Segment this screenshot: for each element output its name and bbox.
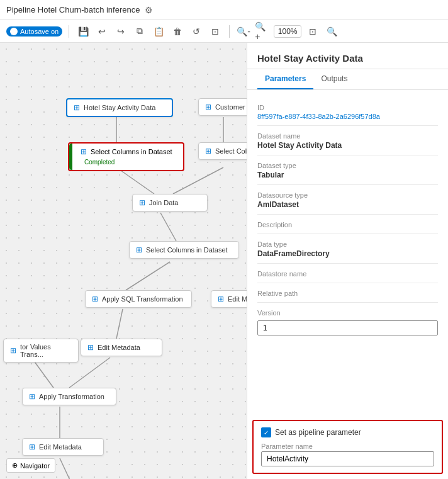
autosave-label: Autosave on xyxy=(20,28,59,35)
node-edit-m[interactable]: ⊞ Edit M... xyxy=(211,290,247,308)
node-imputer[interactable]: ⊞ tor Values Trans... xyxy=(3,339,79,363)
dataset-name-label: Dataset name xyxy=(257,132,438,140)
node-edit-meta-2-label: Edit Metadata xyxy=(39,443,82,451)
param-name-input[interactable] xyxy=(261,451,434,466)
toolbar: Autosave on 💾 ↩ ↪ ⧉ 📋 🗑 ↺ ⊡ 🔍- 🔍+ 100% ⊡… xyxy=(0,20,448,43)
dataset-type-label: Dataset type xyxy=(257,162,438,169)
autosave-toggle[interactable]: Autosave on xyxy=(6,26,62,37)
toolbar-separator-2 xyxy=(229,25,230,38)
toggle-dot xyxy=(10,28,18,35)
settings-icon[interactable]: ⚙ xyxy=(145,5,153,15)
panel-parameters-content: ID 8ff597fa-e887-4f33-8a2b-2a6296f57d8a … xyxy=(247,90,448,415)
title-bar: Pipeline Hotel Churn-batch inference ⚙ xyxy=(0,0,448,20)
tab-outputs[interactable]: Outputs xyxy=(313,69,355,89)
toolbar-separator-1 xyxy=(69,25,69,38)
svg-line-10 xyxy=(60,458,72,479)
node-imputer-label: tor Values Trans... xyxy=(20,343,72,358)
node-select-cols-2[interactable]: ⊞ Select Colum... xyxy=(198,142,247,160)
redo-btn[interactable]: ↪ xyxy=(113,24,128,39)
node-edit-m-label: Edit M... xyxy=(228,295,247,303)
pipeline-param-checkbox[interactable]: ✓ xyxy=(261,427,271,437)
data-type-label: Data type xyxy=(257,240,438,248)
navigator-button[interactable]: ⊕ Navigator xyxy=(6,458,55,473)
set-pipeline-param-row: ✓ Set as pipeline parameter xyxy=(261,427,434,437)
node-select-cols-2-label: Select Colum... xyxy=(215,147,247,155)
relative-path-label: Relative path xyxy=(257,290,438,297)
transform-icon: ⊞ xyxy=(29,392,35,401)
divider-3 xyxy=(257,184,438,185)
panel-tabs: Parameters Outputs xyxy=(247,69,448,90)
divider-7 xyxy=(257,283,438,283)
divider-4 xyxy=(257,214,438,215)
node-apply-sql-1-label: Apply SQL Transformation xyxy=(102,295,183,303)
zoom-level[interactable]: 100% xyxy=(274,25,301,38)
datastore-name-label: Datastore name xyxy=(257,270,438,278)
pipeline-param-label: Set as pipeline parameter xyxy=(275,428,361,437)
navigator-icon: ⊕ xyxy=(12,461,18,470)
imputer-icon: ⊞ xyxy=(10,346,16,355)
svg-line-4 xyxy=(160,213,176,241)
copy-btn[interactable]: ⧉ xyxy=(132,24,147,39)
node-customer-label: Customer Da... xyxy=(215,103,247,111)
datasource-type-value: AmlDataset xyxy=(257,200,438,209)
search-btn[interactable]: 🔍 xyxy=(324,24,339,39)
description-label: Description xyxy=(257,221,438,228)
tab-parameters[interactable]: Parameters xyxy=(257,69,313,89)
refresh-btn[interactable]: ↺ xyxy=(189,24,204,39)
node-apply-sql-1[interactable]: ⊞ Apply SQL Transformation xyxy=(85,290,192,308)
page-title: Pipeline Hotel Churn-batch inference xyxy=(6,5,140,14)
panel-title: Hotel Stay Activity Data xyxy=(247,43,448,69)
node-hotel-stay-label: Hotel Stay Activity Data xyxy=(84,104,155,111)
edit-icon: ⊞ xyxy=(218,295,224,303)
version-input[interactable] xyxy=(257,320,438,335)
fit-btn[interactable]: ⊡ xyxy=(305,24,320,39)
undo-btn[interactable]: ↩ xyxy=(94,24,109,39)
node-join-label: Join Data xyxy=(149,199,178,206)
divider-6 xyxy=(257,263,438,264)
paste-btn[interactable]: 📋 xyxy=(151,24,166,39)
id-label: ID xyxy=(257,104,438,111)
version-label: Version xyxy=(257,309,438,317)
node-completed-status: Completed xyxy=(84,159,115,166)
node-edit-metadata-1[interactable]: ⊞ Edit Metadata xyxy=(81,339,162,356)
pipeline-canvas[interactable]: ⊞ Hotel Stay Activity Data ⊞ Customer Da… xyxy=(0,43,247,479)
main-layout: ⊞ Hotel Stay Activity Data ⊞ Customer Da… xyxy=(0,43,448,479)
zoom-in-btn[interactable]: 🔍+ xyxy=(255,24,270,39)
node-customer-data[interactable]: ⊞ Customer Da... xyxy=(198,98,247,116)
node-hotel-stay[interactable]: ⊞ Hotel Stay Activity Data xyxy=(66,98,173,117)
node-select-cols-1-label: Select Columns in Dataset xyxy=(91,148,172,155)
save-btn[interactable]: 💾 xyxy=(76,24,91,39)
pipeline-parameter-section: ✓ Set as pipeline parameter Parameter na… xyxy=(252,420,443,474)
navigator-label: Navigator xyxy=(20,462,50,470)
node-edit-metadata-2[interactable]: ⊞ Edit Metadata xyxy=(22,438,104,456)
node-select-cols-3-label: Select Columns in Dataset xyxy=(146,246,228,254)
metadata-icon-2: ⊞ xyxy=(29,442,35,451)
node-select-cols-3[interactable]: ⊞ Select Columns in Dataset xyxy=(129,241,239,259)
node-edit-meta-1-label: Edit Metadata xyxy=(98,344,140,351)
divider-5 xyxy=(257,234,438,234)
divider-8 xyxy=(257,302,438,303)
node-apply-transform[interactable]: ⊞ Apply Transformation xyxy=(22,388,116,405)
dataset-type-value: Tabular xyxy=(257,171,438,179)
metadata-icon-1: ⊞ xyxy=(87,343,94,352)
filter-icon: ⊞ xyxy=(81,147,87,156)
dataset-name-value: Hotel Stay Activity Data xyxy=(257,141,438,150)
right-panel: Hotel Stay Activity Data Parameters Outp… xyxy=(247,43,448,479)
layout-btn[interactable]: ⊡ xyxy=(208,24,223,39)
node-select-cols-1[interactable]: ⊞ Select Columns in Dataset Completed xyxy=(68,142,184,171)
node-join-data[interactable]: ⊞ Join Data xyxy=(132,194,208,211)
divider-1 xyxy=(257,125,438,126)
data-type-value: DataFrameDirectory xyxy=(257,249,438,258)
sql-icon: ⊞ xyxy=(92,295,98,303)
param-name-label: Parameter name xyxy=(261,442,434,450)
filter-icon-3: ⊞ xyxy=(136,245,142,254)
node-apply-transform-label: Apply Transformation xyxy=(39,393,104,400)
svg-line-6 xyxy=(116,309,123,339)
id-value: 8ff597fa-e887-4f33-8a2b-2a6296f57d8a xyxy=(257,113,438,120)
zoom-out-btn[interactable]: 🔍- xyxy=(236,24,251,39)
join-icon: ⊞ xyxy=(139,198,145,207)
dataset-icon-2: ⊞ xyxy=(205,103,211,111)
delete-btn[interactable]: 🗑 xyxy=(170,24,185,39)
filter-icon-2: ⊞ xyxy=(205,147,211,155)
svg-line-3 xyxy=(173,167,223,194)
